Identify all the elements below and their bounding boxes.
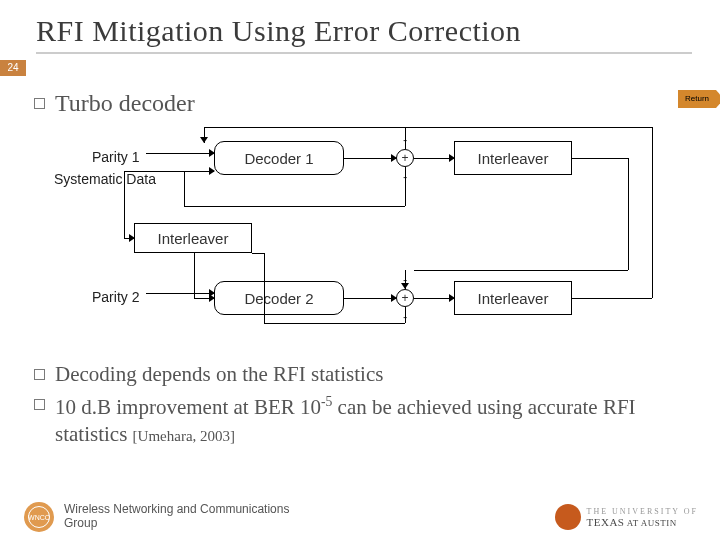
bullet-icon <box>34 98 45 109</box>
block-interleaver2: Interleaver <box>454 281 572 315</box>
heading-row: Turbo decoder <box>34 90 686 117</box>
footer: WNCC Wireless Networking and Communicati… <box>0 502 720 532</box>
bullet-1: Decoding depends on the RFI statistics <box>34 361 686 387</box>
wncc-logo-block: WNCC Wireless Networking and Communicati… <box>24 502 324 532</box>
ut-small: THE UNIVERSITY OF <box>587 507 698 516</box>
citation: [Umehara, 2003] <box>133 428 235 444</box>
page-number-badge: 24 <box>0 60 26 76</box>
section-heading: Turbo decoder <box>55 90 195 117</box>
label-systematic: Systematic Data <box>54 171 156 187</box>
bullet-icon <box>34 399 45 410</box>
footer-group-text: Wireless Networking and Communications G… <box>64 503 324 531</box>
bullet-2-text: 10 d.B improvement at BER 10-5 can be ac… <box>55 393 686 447</box>
label-parity2: Parity 2 <box>92 289 139 305</box>
block-decoder1: Decoder 1 <box>214 141 344 175</box>
plus-icon: + <box>396 149 414 167</box>
bullet-icon <box>34 369 45 380</box>
ut-seal-icon <box>555 504 581 530</box>
ut-tail: AT AUSTIN <box>624 518 676 528</box>
ut-big: TEXAS <box>587 516 625 528</box>
bullet-1-text: Decoding depends on the RFI statistics <box>55 361 383 387</box>
title-divider <box>36 52 692 54</box>
block-interleaver-mid: Interleaver <box>134 223 252 253</box>
bullet-2-pre: 10 d.B improvement at BER 10 <box>55 395 321 419</box>
ut-wordmark: THE UNIVERSITY OF TEXAS AT AUSTIN <box>587 507 698 528</box>
block-decoder2: Decoder 2 <box>214 281 344 315</box>
bullet-2: 10 d.B improvement at BER 10-5 can be ac… <box>34 393 686 447</box>
bullet-2-exp: -5 <box>321 394 332 409</box>
label-parity1: Parity 1 <box>92 149 139 165</box>
block-interleaver1: Interleaver <box>454 141 572 175</box>
plus-icon: + <box>396 289 414 307</box>
ut-logo-block: THE UNIVERSITY OF TEXAS AT AUSTIN <box>555 504 698 530</box>
turbo-decoder-diagram: Parity 1 Systematic Data Parity 2 Decode… <box>34 123 686 353</box>
wncc-badge-icon: WNCC <box>24 502 54 532</box>
page-title: RFI Mitigation Using Error Correction <box>36 14 692 48</box>
